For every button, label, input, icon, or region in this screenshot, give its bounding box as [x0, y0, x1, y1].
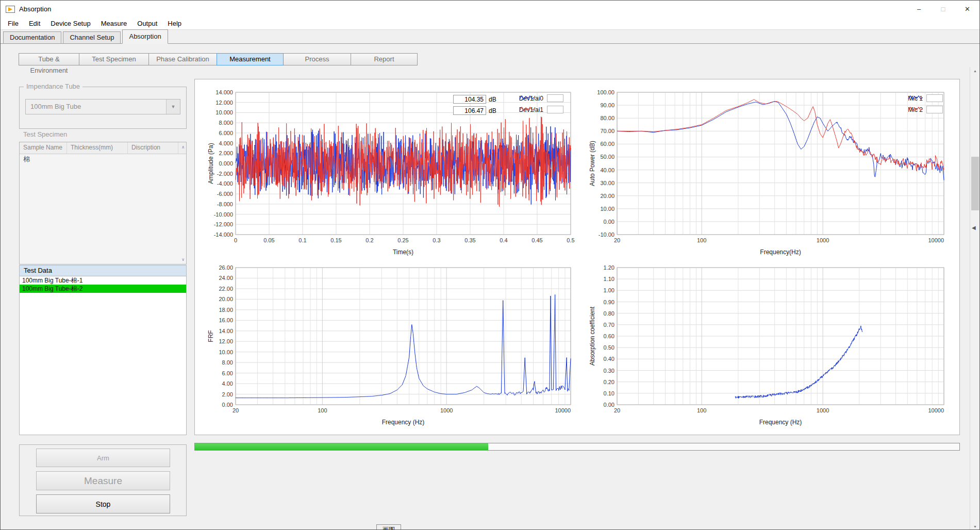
legend-mic-2[interactable]: Mic 2	[908, 106, 943, 113]
minimize-button[interactable]: –	[907, 1, 931, 18]
scrollbar-down-icon[interactable]: ▼	[970, 525, 980, 528]
tab-channel-setup[interactable]: Channel Setup	[63, 31, 121, 43]
svg-text:26.00: 26.00	[219, 264, 233, 271]
legend-mic-1[interactable]: Mic 1	[908, 94, 943, 102]
svg-text:0.5: 0.5	[567, 237, 574, 243]
absorption-coefficient-plot: 0.000.100.200.300.400.500.600.700.800.90…	[588, 262, 949, 428]
main-tabbar: DocumentationChannel SetupAbsorption	[1, 30, 979, 44]
tab-absorption[interactable]: Absorption	[122, 29, 168, 44]
svg-text:Time(s): Time(s)	[393, 249, 413, 256]
svg-text:0.00: 0.00	[604, 402, 614, 408]
legend-dev1-ai0[interactable]: Dev1/ai0	[519, 94, 563, 102]
scrollbar-thumb[interactable]	[971, 157, 979, 210]
tab-draw[interactable]: 画图	[376, 524, 401, 530]
specimen-cell	[67, 154, 128, 164]
svg-text:-12.000: -12.000	[214, 221, 233, 227]
subtab-tube-environment[interactable]: Tube & Environment	[19, 53, 79, 65]
column-header-thickness-mm[interactable]: Thickness(mm)	[67, 142, 128, 154]
svg-text:24.00: 24.00	[219, 275, 233, 281]
svg-text:10000: 10000	[928, 407, 944, 413]
svg-text:20: 20	[232, 407, 239, 413]
svg-text:Auto Power (dB): Auto Power (dB)	[589, 141, 596, 186]
test-specimen-label: Test Specimen	[23, 130, 67, 138]
tab-documentation[interactable]: Documentation	[3, 31, 61, 43]
svg-text:6.00: 6.00	[222, 370, 233, 376]
splitter-collapse-icon[interactable]: ◀	[972, 225, 976, 230]
arm-button[interactable]: Arm	[36, 449, 170, 467]
svg-text:70.00: 70.00	[600, 128, 614, 134]
progress-bar	[194, 443, 960, 451]
svg-text:1.20: 1.20	[604, 264, 614, 271]
close-button[interactable]: ✕	[955, 1, 979, 18]
svg-text:16.00: 16.00	[219, 317, 233, 323]
app-window: Absorption – □ ✕ FileEditDevice SetupMea…	[0, 0, 980, 530]
specimen-cell	[128, 154, 178, 164]
test-data-item[interactable]: 100mm Big Tube-棉-2	[20, 285, 186, 293]
subtab-process[interactable]: Process	[283, 53, 351, 65]
svg-text:50.00: 50.00	[600, 154, 614, 160]
svg-text:4.000: 4.000	[219, 140, 233, 146]
svg-text:20.00: 20.00	[219, 296, 233, 302]
level-readout-ai0: 104.35 dB	[453, 95, 496, 104]
scroll-up-icon[interactable]: ∧	[181, 145, 185, 150]
scrollbar-up-icon[interactable]: ▲	[970, 69, 980, 73]
auto-power-plot: -10.000.0010.0020.0030.0040.0050.0060.00…	[588, 87, 949, 258]
menu-edit[interactable]: Edit	[24, 18, 45, 29]
app-icon	[6, 6, 15, 13]
svg-text:4.00: 4.00	[222, 380, 233, 387]
svg-text:80.00: 80.00	[600, 115, 614, 121]
svg-text:20: 20	[614, 237, 620, 243]
subtab-measurement[interactable]: Measurement	[217, 53, 284, 65]
svg-text:1.00: 1.00	[604, 287, 614, 293]
chevron-down-icon[interactable]: ▼	[166, 100, 180, 114]
svg-text:40.00: 40.00	[600, 167, 614, 173]
svg-text:0.10: 0.10	[604, 390, 614, 396]
legend-plot-icon	[926, 94, 943, 102]
svg-text:1000: 1000	[817, 407, 829, 413]
tube-select[interactable]: 100mm Big Tube ▼	[25, 99, 180, 114]
window-title: Absorption	[19, 5, 51, 13]
svg-text:60.00: 60.00	[600, 141, 614, 147]
action-button-group: Arm Measure Stop	[19, 444, 187, 516]
test-data-header: Test Data	[19, 265, 187, 276]
column-header-discription[interactable]: Discription	[128, 142, 178, 154]
specimen-table-header: Sample NameThickness(mm)Discription	[20, 142, 186, 154]
svg-text:0.80: 0.80	[604, 310, 614, 317]
svg-text:12.000: 12.000	[215, 100, 233, 106]
svg-text:-8.000: -8.000	[217, 201, 233, 207]
menu-help[interactable]: Help	[162, 18, 187, 29]
menubar: FileEditDevice SetupMeasureOutputHelp	[1, 18, 979, 30]
subtab-report[interactable]: Report	[351, 53, 418, 65]
level-unit-ai0: dB	[489, 96, 496, 103]
menu-device-setup[interactable]: Device Setup	[45, 18, 95, 29]
tube-select-value: 100mm Big Tube	[30, 103, 81, 110]
legend-dev1-ai1[interactable]: Dev1/ai1	[519, 106, 563, 113]
level-value-ai1: 106.47	[453, 106, 486, 115]
svg-text:8.000: 8.000	[219, 120, 233, 126]
svg-text:1.10: 1.10	[604, 276, 614, 282]
vertical-scrollbar[interactable]: ▲ ◀ ▼	[970, 67, 980, 530]
menu-output[interactable]: Output	[132, 18, 162, 29]
svg-text:100: 100	[697, 407, 706, 413]
menu-measure[interactable]: Measure	[96, 18, 132, 29]
test-data-list: 100mm Big Tube-棉-1100mm Big Tube-棉-2	[19, 276, 187, 435]
column-header-sample-name[interactable]: Sample Name	[20, 142, 67, 154]
svg-text:0.000: 0.000	[219, 160, 233, 167]
svg-text:FRF: FRF	[207, 330, 214, 342]
svg-text:2.000: 2.000	[219, 150, 233, 156]
svg-text:2.00: 2.00	[222, 391, 233, 397]
scroll-down-icon[interactable]: ∨	[181, 257, 185, 262]
menu-file[interactable]: File	[3, 18, 24, 29]
subtab-test-specimen[interactable]: Test Specimen	[79, 53, 149, 65]
maximize-button[interactable]: □	[931, 1, 955, 18]
impedance-tube-group: Impendance Tube 100mm Big Tube ▼	[19, 87, 187, 129]
test-data-item[interactable]: 100mm Big Tube-棉-1	[20, 276, 186, 285]
svg-text:0.15: 0.15	[330, 237, 341, 243]
stop-button[interactable]: Stop	[36, 494, 170, 514]
measure-button[interactable]: Measure	[36, 471, 170, 490]
subtab-phase-calibration[interactable]: Phase Calibration	[148, 53, 217, 65]
specimen-table: Sample NameThickness(mm)Discription 棉 ∧ …	[19, 142, 187, 264]
svg-text:100: 100	[318, 407, 327, 413]
specimen-row[interactable]: 棉	[20, 154, 186, 164]
svg-text:10.00: 10.00	[219, 349, 233, 355]
